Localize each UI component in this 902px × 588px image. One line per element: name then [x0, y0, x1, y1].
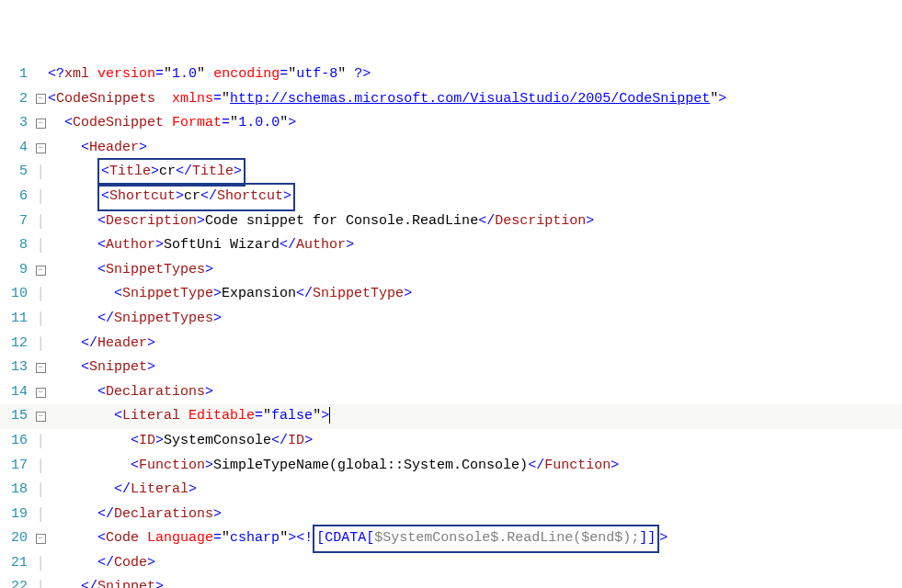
- fold-toggle[interactable]: −: [36, 534, 46, 544]
- fold-gutter: −: [33, 363, 48, 373]
- code-line[interactable]: 9− <SnippetTypes>: [0, 258, 902, 283]
- code-line[interactable]: 19│ </Declarations>: [0, 503, 902, 527]
- code-line[interactable]: 1<?xml version="1.0" encoding="utf-8" ?>: [0, 62, 902, 87]
- code-line[interactable]: 8│ <Author>SoftUni Wizard</Author>: [0, 233, 902, 258]
- line-number: 11: [0, 307, 33, 332]
- code-line[interactable]: 2−<CodeSnippets xmlns="http://schemas.mi…: [0, 87, 902, 112]
- fold-gutter: │: [33, 575, 48, 588]
- code-content[interactable]: <Shortcut>cr</Shortcut>: [48, 183, 295, 211]
- fold-toggle[interactable]: −: [36, 119, 46, 129]
- line-number: 22: [0, 575, 33, 588]
- fold-guide: │: [37, 233, 44, 258]
- line-number: 21: [0, 551, 33, 576]
- fold-toggle[interactable]: −: [36, 388, 46, 398]
- fold-gutter: │: [33, 478, 48, 503]
- code-line[interactable]: 20− <Code Language="csharp"><![CDATA[$Sy…: [0, 526, 902, 551]
- line-number: 7: [0, 209, 33, 234]
- line-number: 1: [0, 62, 33, 87]
- fold-toggle[interactable]: −: [36, 143, 46, 153]
- code-content[interactable]: </Snippet>: [48, 575, 164, 588]
- code-line[interactable]: 16│ <ID>SystemConsole</ID>: [0, 429, 902, 454]
- code-content[interactable]: <CodeSnippet Format="1.0.0">: [48, 111, 296, 136]
- fold-guide: │: [37, 160, 44, 185]
- fold-guide: │: [37, 185, 44, 209]
- code-content[interactable]: <SnippetType>Expansion</SnippetType>: [48, 282, 412, 307]
- code-content[interactable]: <Snippet>: [48, 356, 155, 380]
- line-number: 5: [0, 160, 33, 185]
- code-content[interactable]: <CodeSnippets xmlns="http://schemas.micr…: [48, 87, 726, 112]
- line-number: 17: [0, 454, 33, 479]
- code-content[interactable]: <Literal Editable="false">: [48, 404, 330, 429]
- fold-guide: │: [37, 551, 44, 576]
- line-number: 14: [0, 380, 33, 405]
- code-content[interactable]: <Function>SimpleTypeName(global::System.…: [48, 454, 619, 479]
- line-number: 15: [0, 404, 33, 429]
- line-number: 19: [0, 503, 33, 527]
- fold-gutter: −: [33, 94, 48, 104]
- text-cursor: [329, 407, 330, 424]
- fold-gutter: −: [33, 412, 48, 422]
- line-number: 8: [0, 233, 33, 258]
- line-number: 9: [0, 258, 33, 283]
- code-line[interactable]: 10│ <SnippetType>Expansion</SnippetType>: [0, 282, 902, 307]
- code-line[interactable]: 22│ </Snippet>: [0, 575, 902, 588]
- code-line[interactable]: 6│ <Shortcut>cr</Shortcut>: [0, 185, 902, 209]
- code-content[interactable]: <SnippetTypes>: [48, 258, 213, 283]
- code-content[interactable]: </Declarations>: [48, 503, 222, 527]
- line-number: 18: [0, 478, 33, 503]
- fold-toggle[interactable]: −: [36, 266, 46, 276]
- fold-gutter: │: [33, 160, 48, 185]
- code-line[interactable]: 21│ </Code>: [0, 551, 902, 576]
- fold-gutter: │: [33, 503, 48, 527]
- code-line[interactable]: 12│ </Header>: [0, 332, 902, 356]
- code-line[interactable]: 3− <CodeSnippet Format="1.0.0">: [0, 111, 902, 136]
- code-content[interactable]: </Code>: [48, 551, 155, 576]
- code-line[interactable]: 11│ </SnippetTypes>: [0, 307, 902, 332]
- code-content[interactable]: <?xml version="1.0" encoding="utf-8" ?>: [48, 62, 371, 87]
- code-line[interactable]: 5│ <Title>cr</Title>: [0, 160, 902, 185]
- fold-gutter: │: [33, 429, 48, 454]
- code-line[interactable]: 13− <Snippet>: [0, 356, 902, 380]
- fold-gutter: │: [33, 185, 48, 209]
- fold-gutter: │: [33, 282, 48, 307]
- line-number: 3: [0, 111, 33, 136]
- fold-gutter: │: [33, 551, 48, 576]
- fold-gutter: │: [33, 307, 48, 332]
- code-content[interactable]: <ID>SystemConsole</ID>: [48, 429, 313, 454]
- fold-gutter: │: [33, 454, 48, 479]
- code-content[interactable]: <Declarations>: [48, 380, 213, 405]
- code-content[interactable]: </SnippetTypes>: [48, 307, 222, 332]
- highlight-box: <Shortcut>cr</Shortcut>: [97, 183, 295, 211]
- fold-toggle[interactable]: −: [36, 412, 46, 422]
- code-editor[interactable]: 1<?xml version="1.0" encoding="utf-8" ?>…: [0, 62, 902, 588]
- line-number: 12: [0, 332, 33, 356]
- fold-guide: │: [37, 503, 44, 527]
- line-number: 2: [0, 87, 33, 112]
- fold-guide: │: [37, 307, 44, 332]
- code-content[interactable]: <Description>Code snippet for Console.Re…: [48, 209, 594, 234]
- fold-guide: │: [37, 282, 44, 307]
- code-line[interactable]: 17│ <Function>SimpleTypeName(global::Sys…: [0, 454, 902, 479]
- fold-gutter: −: [33, 534, 48, 544]
- fold-guide: │: [37, 478, 44, 503]
- fold-guide: │: [37, 575, 44, 588]
- line-number: 4: [0, 136, 33, 161]
- fold-toggle[interactable]: −: [36, 363, 46, 373]
- code-content[interactable]: </Literal>: [48, 478, 197, 503]
- line-number: 13: [0, 356, 33, 380]
- code-line[interactable]: 14− <Declarations>: [0, 380, 902, 405]
- code-content[interactable]: <Code Language="csharp"><![CDATA[$System…: [48, 525, 668, 553]
- code-line[interactable]: 4− <Header>: [0, 136, 902, 161]
- code-content[interactable]: <Author>SoftUni Wizard</Author>: [48, 233, 354, 258]
- fold-toggle[interactable]: −: [36, 94, 46, 104]
- code-content[interactable]: </Header>: [48, 332, 155, 356]
- fold-gutter: −: [33, 266, 48, 276]
- code-line[interactable]: 7│ <Description>Code snippet for Console…: [0, 209, 902, 234]
- line-number: 16: [0, 429, 33, 454]
- code-content[interactable]: <Header>: [48, 136, 147, 161]
- code-line[interactable]: 15− <Literal Editable="false">: [0, 404, 902, 429]
- line-number: 10: [0, 282, 33, 307]
- fold-gutter: │: [33, 209, 48, 234]
- fold-gutter: −: [33, 388, 48, 398]
- code-line[interactable]: 18│ </Literal>: [0, 478, 902, 503]
